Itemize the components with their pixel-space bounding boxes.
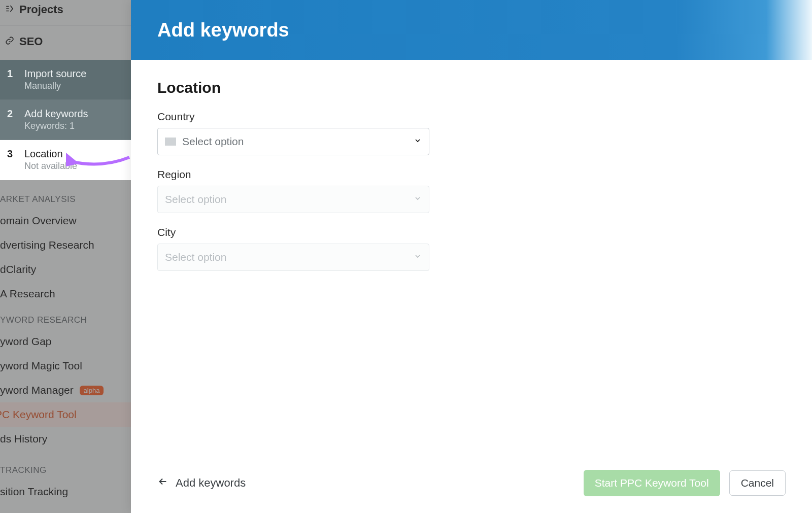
field-country: Country Select option (157, 111, 786, 155)
wizard-step-add-keywords[interactable]: 2 Add keywords Keywords: 1 (0, 100, 131, 140)
step-title: Location (24, 148, 77, 160)
wizard-step-location[interactable]: 3 Location Not available (0, 140, 131, 180)
sidebar-seo-header[interactable]: SEO (0, 25, 131, 57)
sidebar-group-market-analysis: ARKET ANALYSIS (0, 185, 131, 209)
city-select[interactable]: Select option (157, 244, 429, 271)
sidebar-group-keyword-research: YWORD RESEARCH (0, 306, 131, 329)
modal-body: Location Country Select option Region Se… (131, 60, 812, 467)
sidebar-seo-label: SEO (19, 35, 43, 48)
header-fade (766, 0, 812, 60)
sidebar-item-ads-history[interactable]: ds History (0, 427, 131, 451)
back-link-label: Add keywords (176, 476, 246, 490)
chevron-down-icon (414, 136, 422, 147)
sidebar-item-keyword-magic-tool[interactable]: yword Magic Tool (0, 354, 131, 378)
city-label: City (157, 226, 786, 238)
step-title: Import source (24, 68, 86, 80)
step-number: 2 (7, 108, 16, 120)
sidebar-group-tracking: TRACKING (0, 456, 131, 480)
step-subtitle: Manually (24, 81, 86, 91)
modal-title: Add keywords (157, 19, 289, 41)
wizard-stepper: 1 Import source Manually 2 Add keywords … (0, 60, 131, 180)
sidebar-item-keyword-manager[interactable]: yword Manager alpha (0, 378, 131, 402)
modal-footer: Add keywords Start PPC Keyword Tool Canc… (131, 467, 812, 513)
back-to-add-keywords-link[interactable]: Add keywords (157, 476, 246, 490)
region-select-placeholder: Select option (165, 193, 226, 206)
arrow-left-icon (157, 476, 168, 490)
step-title: Add keywords (24, 108, 88, 120)
country-label: Country (157, 111, 786, 123)
chevron-down-icon (414, 252, 422, 263)
sidebar-item-adclarity[interactable]: dClarity (0, 257, 131, 282)
sidebar-item-domain-overview[interactable]: omain Overview (0, 209, 131, 233)
link-icon (5, 35, 14, 48)
flag-placeholder-icon (165, 138, 176, 146)
region-label: Region (157, 168, 786, 181)
country-select-placeholder: Select option (182, 135, 244, 148)
projects-icon (5, 3, 14, 16)
sidebar-item-ppc-keyword-tool[interactable]: PC Keyword Tool (0, 402, 131, 427)
sidebar-item-position-tracking[interactable]: sition Tracking (0, 480, 131, 504)
sidebar-item-advertising-research[interactable]: dvertising Research (0, 233, 131, 257)
sidebar-projects-link[interactable]: Projects (0, 0, 131, 25)
field-city: City Select option (157, 226, 786, 271)
region-select[interactable]: Select option (157, 186, 429, 213)
section-title-location: Location (157, 79, 786, 96)
sidebar-item-pla-research[interactable]: A Research (0, 282, 131, 306)
step-number: 3 (7, 148, 16, 160)
start-ppc-keyword-tool-button[interactable]: Start PPC Keyword Tool (584, 470, 720, 496)
city-select-placeholder: Select option (165, 251, 226, 263)
cancel-button[interactable]: Cancel (729, 470, 786, 496)
wizard-step-import-source[interactable]: 1 Import source Manually (0, 60, 131, 100)
sidebar-item-keyword-gap[interactable]: yword Gap (0, 329, 131, 354)
sidebar-projects-label: Projects (19, 3, 63, 16)
step-number: 1 (7, 68, 16, 80)
modal-header: Add keywords (131, 0, 812, 60)
chevron-down-icon (414, 194, 422, 205)
country-select[interactable]: Select option (157, 128, 429, 155)
step-subtitle: Not available (24, 161, 77, 172)
alpha-badge: alpha (80, 386, 104, 395)
step-subtitle: Keywords: 1 (24, 121, 88, 131)
field-region: Region Select option (157, 168, 786, 213)
add-keywords-modal: Add keywords Location Country Select opt… (131, 0, 812, 513)
